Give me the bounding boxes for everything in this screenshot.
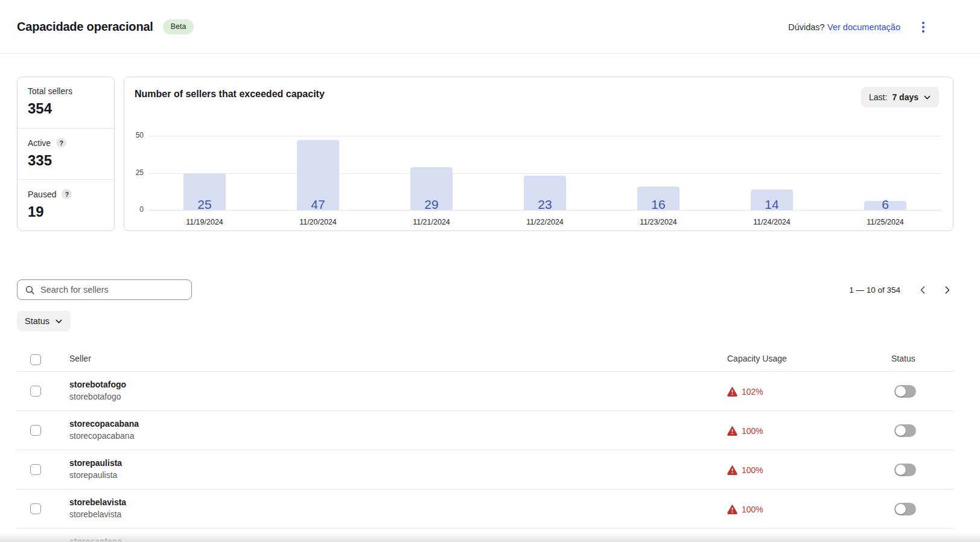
warning-icon — [727, 386, 737, 397]
chevron-down-icon — [923, 94, 931, 101]
x-axis-tick-label: 11/24/2024 — [715, 218, 829, 226]
toggle-knob — [896, 386, 906, 397]
help-icon[interactable]: ? — [56, 138, 66, 148]
column-header-capacity-usage: Capacity Usage — [727, 354, 787, 363]
chevron-left-icon — [918, 285, 928, 295]
x-axis-tick-label: 11/20/2024 — [261, 218, 375, 226]
column-header-seller: Seller — [69, 354, 91, 363]
chart-title: Number of sellers that exceeded capacity — [135, 89, 325, 100]
stat-label: Total sellers — [28, 86, 72, 96]
chart-bar-value-label: 14 — [715, 197, 829, 212]
table-row: storepaulistastorepaulista100% — [17, 450, 953, 489]
row-checkbox[interactable] — [30, 464, 41, 475]
select-all-checkbox[interactable] — [30, 354, 41, 365]
chart-card: Number of sellers that exceeded capacity… — [124, 77, 953, 231]
chart-slot: 1611/23/2024 — [602, 136, 715, 210]
table-header-row: Seller Capacity Usage Status — [17, 350, 953, 372]
stat-value: 335 — [28, 152, 104, 169]
range-label: Last: — [869, 92, 887, 102]
seller-name: storebelavista — [69, 497, 126, 507]
beta-badge: Beta — [163, 19, 194, 34]
capacity-usage-cell: 100% — [727, 489, 763, 529]
chart-bar-value-label: 47 — [261, 197, 375, 212]
pagination-label: 1 — 10 of 354 — [849, 285, 900, 295]
documentation-link[interactable]: Ver documentação — [827, 22, 900, 32]
table-row: storecopacabanastorecopacabana100% — [17, 411, 953, 450]
table-row: storebelavistastorebelavista100% — [17, 489, 953, 529]
seller-subtitle: storebotafogo — [69, 392, 121, 401]
chart-slot: 2311/22/2024 — [488, 136, 602, 210]
capacity-usage-value: 100% — [742, 426, 763, 436]
table-row-partial: storesantana — [17, 529, 953, 542]
chart-slot: 611/25/2024 — [829, 136, 942, 210]
warning-icon — [727, 426, 737, 436]
sellers-table: Seller Capacity Usage Status storebotafo… — [17, 350, 953, 542]
capacity-usage-cell: 100% — [727, 411, 763, 450]
chart-bar-value-label: 25 — [148, 197, 261, 212]
seller-name: storecopacabana — [69, 419, 139, 429]
next-page-button[interactable] — [939, 282, 955, 298]
x-axis-tick-label: 11/25/2024 — [829, 218, 942, 226]
kebab-menu-icon[interactable] — [914, 18, 933, 37]
page: Capacidade operacional Beta Dúvidas? Ver… — [0, 0, 980, 542]
previous-page-button[interactable] — [915, 282, 931, 298]
toggle-knob — [896, 426, 906, 436]
status-toggle[interactable] — [894, 464, 916, 476]
stat-label: Active — [28, 138, 51, 148]
chart-bar-value-label: 23 — [488, 197, 602, 212]
x-axis-tick-label: 11/23/2024 — [602, 218, 715, 226]
status-toggle[interactable] — [894, 385, 916, 398]
y-axis-tick-label: 0 — [124, 205, 144, 214]
stat-value: 354 — [28, 100, 104, 117]
toggle-knob — [896, 465, 906, 475]
row-checkbox[interactable] — [30, 503, 41, 514]
page-title: Capacidade operacional — [17, 20, 153, 34]
x-axis-tick-label: 11/19/2024 — [148, 218, 261, 226]
capacity-usage-value: 100% — [742, 505, 763, 514]
chart-slot: 2511/19/2024 — [148, 136, 261, 210]
capacity-usage-cell: 102% — [727, 372, 763, 411]
chart-slot: 2911/21/2024 — [375, 136, 488, 210]
seller-name: storepaulista — [69, 458, 122, 468]
seller-subtitle: storebelavista — [69, 509, 121, 519]
search-input[interactable] — [40, 280, 191, 299]
row-checkbox[interactable] — [30, 425, 41, 436]
chevron-right-icon — [943, 285, 952, 295]
chevron-down-icon — [55, 317, 63, 325]
y-axis-tick-label: 50 — [124, 131, 144, 139]
capacity-usage-cell: 100% — [727, 450, 763, 489]
chart-slot: 1411/24/2024 — [715, 136, 829, 210]
date-range-dropdown[interactable]: Last: 7 days — [861, 87, 939, 107]
help-text: Dúvidas? — [788, 22, 824, 32]
search-icon — [25, 285, 35, 295]
seller-name: storesantana — [69, 537, 122, 542]
status-toggle[interactable] — [894, 503, 916, 515]
search-box — [17, 279, 192, 300]
chart-bar-value-label: 6 — [829, 197, 942, 212]
row-checkbox[interactable] — [30, 386, 41, 397]
chart-slot: 4711/20/2024 — [261, 136, 375, 210]
warning-icon — [727, 504, 737, 514]
status-filter-button[interactable]: Status — [17, 311, 71, 331]
status-filter-label: Status — [25, 316, 49, 326]
y-axis-tick-label: 25 — [124, 168, 144, 177]
seller-name: storebotafogo — [69, 380, 126, 389]
range-value: 7 days — [892, 92, 918, 102]
x-axis-tick-label: 11/22/2024 — [488, 218, 602, 226]
status-toggle[interactable] — [894, 424, 916, 437]
table-body: storebotafogostorebotafogo102%storecopac… — [17, 372, 953, 542]
seller-subtitle: storepaulista — [69, 470, 117, 480]
capacity-usage-value: 100% — [742, 465, 763, 475]
pagination: 1 — 10 of 354 — [849, 279, 955, 300]
stat-label: Paused — [28, 190, 56, 199]
stats-card: Total sellers 354 Active ? 335 Paused ? … — [17, 77, 115, 231]
chart-bar-value-label: 16 — [602, 197, 715, 212]
help-icon[interactable]: ? — [62, 189, 72, 199]
capacity-usage-value: 102% — [742, 387, 763, 397]
x-axis-tick-label: 11/21/2024 — [375, 218, 488, 226]
top-bar-left: Capacidade operacional Beta — [17, 0, 194, 54]
seller-subtitle: storecopacabana — [69, 431, 134, 441]
stat-value: 19 — [28, 203, 104, 220]
table-row: storebotafogostorebotafogo102% — [17, 372, 953, 411]
stat-total-sellers: Total sellers 354 — [18, 77, 114, 128]
